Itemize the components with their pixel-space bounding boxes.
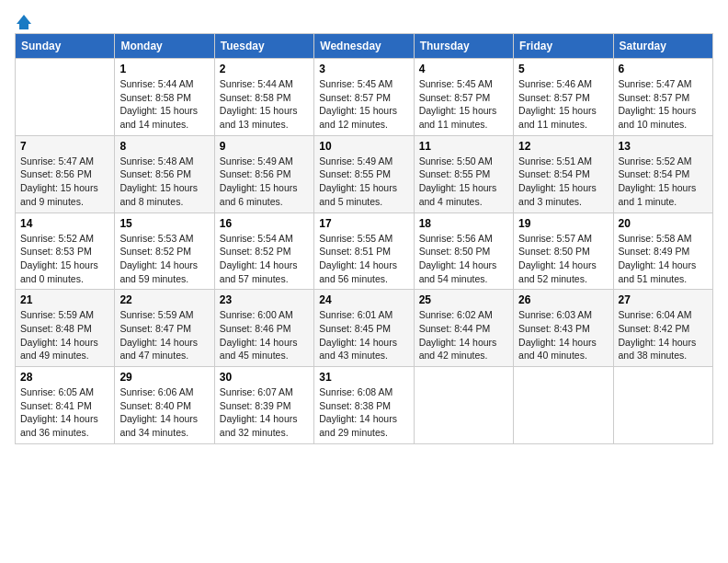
calendar-cell: 2Sunrise: 5:44 AMSunset: 8:58 PMDaylight… xyxy=(214,59,313,136)
calendar-cell xyxy=(613,367,712,444)
column-header-tuesday: Tuesday xyxy=(214,34,313,59)
cell-info: Sunrise: 5:47 AMSunset: 8:57 PMDaylight:… xyxy=(619,77,708,132)
cell-info: Sunrise: 5:54 AMSunset: 8:52 PMDaylight:… xyxy=(220,232,309,286)
calendar-cell: 1Sunrise: 5:44 AMSunset: 8:58 PMDaylight… xyxy=(115,59,214,136)
calendar-cell: 12Sunrise: 5:51 AMSunset: 8:54 PMDayligh… xyxy=(514,135,613,213)
calendar-cell: 30Sunrise: 6:07 AMSunset: 8:39 PMDayligh… xyxy=(214,367,313,444)
cell-info: Sunrise: 6:03 AMSunset: 8:43 PMDaylight:… xyxy=(518,308,608,362)
cell-info: Sunrise: 6:07 AMSunset: 8:39 PMDaylight:… xyxy=(220,385,309,440)
calendar-cell: 9Sunrise: 5:49 AMSunset: 8:56 PMDaylight… xyxy=(214,135,313,213)
day-number: 10 xyxy=(319,140,408,153)
day-number: 21 xyxy=(20,293,109,306)
day-number: 25 xyxy=(419,293,508,306)
calendar-cell: 28Sunrise: 6:05 AMSunset: 8:41 PMDayligh… xyxy=(16,367,115,444)
calendar-cell: 17Sunrise: 5:55 AMSunset: 8:51 PMDayligh… xyxy=(314,213,414,290)
cell-info: Sunrise: 6:00 AMSunset: 8:46 PMDaylight:… xyxy=(220,308,309,362)
calendar-cell: 29Sunrise: 6:06 AMSunset: 8:40 PMDayligh… xyxy=(115,367,214,444)
cell-info: Sunrise: 5:45 AMSunset: 8:57 PMDaylight:… xyxy=(319,77,408,132)
day-number: 22 xyxy=(119,293,209,306)
column-header-saturday: Saturday xyxy=(613,34,712,59)
calendar-cell: 6Sunrise: 5:47 AMSunset: 8:57 PMDaylight… xyxy=(613,59,712,136)
calendar-cell: 22Sunrise: 5:59 AMSunset: 8:47 PMDayligh… xyxy=(115,290,214,367)
calendar-cell: 24Sunrise: 6:01 AMSunset: 8:45 PMDayligh… xyxy=(314,290,414,367)
column-header-monday: Monday xyxy=(115,34,214,59)
cell-info: Sunrise: 5:56 AMSunset: 8:50 PMDaylight:… xyxy=(419,232,508,286)
calendar-cell xyxy=(414,367,513,444)
logo-bird-icon xyxy=(17,15,35,29)
calendar-table: SundayMondayTuesdayWednesdayThursdayFrid… xyxy=(15,33,713,444)
calendar-cell: 21Sunrise: 5:59 AMSunset: 8:48 PMDayligh… xyxy=(16,290,115,367)
calendar-cell: 3Sunrise: 5:45 AMSunset: 8:57 PMDaylight… xyxy=(314,59,414,136)
column-header-wednesday: Wednesday xyxy=(314,34,414,59)
calendar-cell: 11Sunrise: 5:50 AMSunset: 8:55 PMDayligh… xyxy=(414,135,513,213)
day-number: 13 xyxy=(619,140,708,153)
calendar-header-row: SundayMondayTuesdayWednesdayThursdayFrid… xyxy=(16,34,713,59)
calendar-cell: 4Sunrise: 5:45 AMSunset: 8:57 PMDaylight… xyxy=(414,59,513,136)
cell-info: Sunrise: 5:44 AMSunset: 8:58 PMDaylight:… xyxy=(220,77,309,132)
calendar-cell: 20Sunrise: 5:58 AMSunset: 8:49 PMDayligh… xyxy=(613,213,712,290)
calendar-cell: 14Sunrise: 5:52 AMSunset: 8:53 PMDayligh… xyxy=(16,213,115,290)
day-number: 3 xyxy=(319,63,408,75)
day-number: 4 xyxy=(419,63,508,75)
cell-info: Sunrise: 6:08 AMSunset: 8:38 PMDaylight:… xyxy=(319,385,408,440)
day-number: 14 xyxy=(20,217,109,230)
cell-info: Sunrise: 5:46 AMSunset: 8:57 PMDaylight:… xyxy=(518,77,608,132)
calendar-cell: 7Sunrise: 5:47 AMSunset: 8:56 PMDaylight… xyxy=(16,135,115,213)
cell-info: Sunrise: 5:57 AMSunset: 8:50 PMDaylight:… xyxy=(518,232,608,286)
calendar-cell: 18Sunrise: 5:56 AMSunset: 8:50 PMDayligh… xyxy=(414,213,513,290)
day-number: 2 xyxy=(220,63,309,75)
cell-info: Sunrise: 6:06 AMSunset: 8:40 PMDaylight:… xyxy=(119,385,209,440)
day-number: 12 xyxy=(518,140,608,153)
calendar-cell xyxy=(16,59,115,136)
calendar-cell: 10Sunrise: 5:49 AMSunset: 8:55 PMDayligh… xyxy=(314,135,414,213)
day-number: 27 xyxy=(619,293,708,306)
day-number: 20 xyxy=(619,217,708,230)
cell-info: Sunrise: 5:47 AMSunset: 8:56 PMDaylight:… xyxy=(20,155,109,209)
calendar-week-row: 7Sunrise: 5:47 AMSunset: 8:56 PMDaylight… xyxy=(16,135,713,213)
day-number: 16 xyxy=(220,217,309,230)
day-number: 18 xyxy=(419,217,508,230)
cell-info: Sunrise: 5:49 AMSunset: 8:56 PMDaylight:… xyxy=(220,155,309,209)
cell-info: Sunrise: 5:58 AMSunset: 8:49 PMDaylight:… xyxy=(619,232,708,286)
cell-info: Sunrise: 5:52 AMSunset: 8:53 PMDaylight:… xyxy=(20,232,109,286)
calendar-cell: 23Sunrise: 6:00 AMSunset: 8:46 PMDayligh… xyxy=(214,290,313,367)
cell-info: Sunrise: 5:53 AMSunset: 8:52 PMDaylight:… xyxy=(119,232,209,286)
calendar-cell: 8Sunrise: 5:48 AMSunset: 8:56 PMDaylight… xyxy=(115,135,214,213)
svg-marker-0 xyxy=(17,15,31,29)
logo xyxy=(15,15,35,26)
calendar-cell: 27Sunrise: 6:04 AMSunset: 8:42 PMDayligh… xyxy=(613,290,712,367)
day-number: 11 xyxy=(419,140,508,153)
column-header-thursday: Thursday xyxy=(414,34,513,59)
cell-info: Sunrise: 5:44 AMSunset: 8:58 PMDaylight:… xyxy=(119,77,209,132)
calendar-cell: 19Sunrise: 5:57 AMSunset: 8:50 PMDayligh… xyxy=(514,213,613,290)
cell-info: Sunrise: 5:52 AMSunset: 8:54 PMDaylight:… xyxy=(619,155,708,209)
cell-info: Sunrise: 6:02 AMSunset: 8:44 PMDaylight:… xyxy=(419,308,508,362)
day-number: 9 xyxy=(220,140,309,153)
day-number: 5 xyxy=(518,63,608,75)
calendar-cell: 25Sunrise: 6:02 AMSunset: 8:44 PMDayligh… xyxy=(414,290,513,367)
cell-info: Sunrise: 6:05 AMSunset: 8:41 PMDaylight:… xyxy=(20,385,109,440)
day-number: 8 xyxy=(119,140,209,153)
calendar-cell xyxy=(514,367,613,444)
cell-info: Sunrise: 5:55 AMSunset: 8:51 PMDaylight:… xyxy=(319,232,408,286)
cell-info: Sunrise: 6:04 AMSunset: 8:42 PMDaylight:… xyxy=(619,308,708,362)
calendar-week-row: 28Sunrise: 6:05 AMSunset: 8:41 PMDayligh… xyxy=(16,367,713,444)
day-number: 29 xyxy=(119,371,209,384)
day-number: 24 xyxy=(319,293,408,306)
cell-info: Sunrise: 5:45 AMSunset: 8:57 PMDaylight:… xyxy=(419,77,508,132)
day-number: 26 xyxy=(518,293,608,306)
page-header xyxy=(15,15,713,26)
calendar-week-row: 21Sunrise: 5:59 AMSunset: 8:48 PMDayligh… xyxy=(16,290,713,367)
calendar-cell: 5Sunrise: 5:46 AMSunset: 8:57 PMDaylight… xyxy=(514,59,613,136)
cell-info: Sunrise: 5:49 AMSunset: 8:55 PMDaylight:… xyxy=(319,155,408,209)
column-header-friday: Friday xyxy=(514,34,613,59)
calendar-cell: 15Sunrise: 5:53 AMSunset: 8:52 PMDayligh… xyxy=(115,213,214,290)
cell-info: Sunrise: 6:01 AMSunset: 8:45 PMDaylight:… xyxy=(319,308,408,362)
calendar-week-row: 14Sunrise: 5:52 AMSunset: 8:53 PMDayligh… xyxy=(16,213,713,290)
cell-info: Sunrise: 5:59 AMSunset: 8:47 PMDaylight:… xyxy=(119,308,209,362)
day-number: 17 xyxy=(319,217,408,230)
cell-info: Sunrise: 5:48 AMSunset: 8:56 PMDaylight:… xyxy=(119,155,209,209)
calendar-cell: 13Sunrise: 5:52 AMSunset: 8:54 PMDayligh… xyxy=(613,135,712,213)
calendar-cell: 16Sunrise: 5:54 AMSunset: 8:52 PMDayligh… xyxy=(214,213,313,290)
cell-info: Sunrise: 5:59 AMSunset: 8:48 PMDaylight:… xyxy=(20,308,109,362)
